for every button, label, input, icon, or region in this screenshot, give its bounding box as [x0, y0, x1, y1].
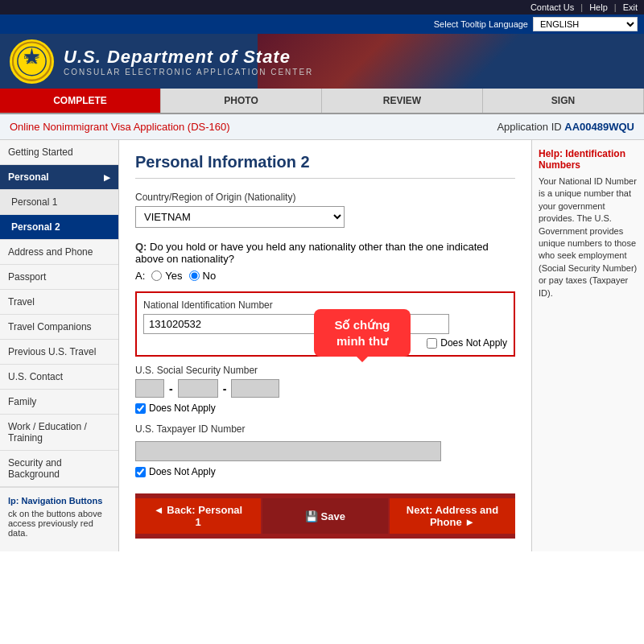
nationality-section: Country/Region of Origin (Nationality) V… — [135, 192, 515, 228]
save-button[interactable]: 💾 Save — [262, 498, 388, 534]
help-panel-text: Your National ID Number is a unique numb… — [539, 175, 638, 299]
page-header: DEPT OF STATE U.S. Department of State C… — [0, 34, 644, 89]
taxpayer-does-not-apply-checkbox[interactable] — [135, 467, 146, 477]
page-title: Personal Information 2 — [135, 153, 515, 179]
sidebar-item-getting-started[interactable]: Getting Started — [0, 140, 118, 165]
next-button[interactable]: Next: Address and Phone ► — [390, 498, 515, 534]
ssn-part2-input[interactable] — [178, 379, 218, 398]
question-label: Q: — [135, 241, 147, 253]
yes-radio-label[interactable]: Yes — [151, 270, 182, 282]
navigation-tabs: COMPLETE PHOTO REVIEW SIGN — [0, 89, 644, 114]
taxpayer-label: U.S. Taxpayer ID Number — [135, 423, 515, 435]
sidebar-item-travel-companions[interactable]: Travel Companions — [0, 315, 118, 340]
sidebar-item-travel[interactable]: Travel — [0, 290, 118, 315]
center-name: CONSULAR ELECTRONIC APPLICATION CENTER — [64, 68, 313, 76]
other-nationality-question: Q: Do you hold or have you held any nati… — [135, 241, 515, 282]
separator-2: | — [614, 2, 617, 12]
taxpayer-section: U.S. Taxpayer ID Number Does Not Apply — [135, 423, 515, 477]
sidebar-item-us-contact[interactable]: U.S. Contact — [0, 365, 118, 390]
tab-sign[interactable]: SIGN — [483, 89, 644, 113]
main-content: Personal Information 2 Country/Region of… — [119, 140, 531, 551]
department-name: U.S. Department of State — [64, 47, 313, 68]
question-text: Do you hold or have you held any nationa… — [135, 241, 489, 265]
breadcrumb: Online Nonimmigrant Visa Application (DS… — [0, 114, 644, 140]
ssn-does-not-apply-checkbox[interactable] — [135, 403, 146, 414]
department-seal: DEPT OF STATE — [10, 39, 54, 84]
application-title: Online Nonimmigrant Visa Application (DS… — [10, 121, 230, 133]
header-background — [258, 34, 644, 89]
taxpayer-does-not-apply-row: Does Not Apply — [135, 466, 515, 477]
sidebar-item-personal[interactable]: Personal ▶ — [0, 165, 118, 190]
taxpayer-does-not-apply-label: Does Not Apply — [149, 466, 216, 477]
sidebar: Getting Started Personal ▶ Personal 1 Pe… — [0, 140, 119, 551]
help-panel-title: Help: Identification Numbers — [539, 148, 638, 171]
sidebar-item-personal-label: Personal — [8, 171, 49, 183]
answer-row: A: Yes No — [135, 270, 515, 282]
bottom-help: lp: Navigation Buttons ck on the buttons… — [0, 487, 118, 546]
header-content: DEPT OF STATE U.S. Department of State C… — [10, 39, 313, 84]
no-radio[interactable] — [189, 270, 200, 281]
top-bar: Contact Us | Help | Exit — [0, 0, 644, 14]
tooltip-bubble: Số chứng minh thư — [314, 309, 411, 357]
sidebar-item-passport[interactable]: Passport — [0, 265, 118, 290]
personal-arrow-icon: ▶ — [104, 173, 110, 182]
yes-radio[interactable] — [151, 270, 162, 281]
sidebar-item-address-phone[interactable]: Address and Phone — [0, 240, 118, 265]
back-button[interactable]: ◄ Back: Personal 1 — [135, 498, 261, 534]
taxpayer-input[interactable] — [135, 441, 441, 461]
application-id: Application ID AA00489WQU — [497, 121, 634, 133]
national-id-does-not-apply-checkbox[interactable] — [427, 338, 437, 349]
nationality-select[interactable]: VIETNAM — [135, 206, 345, 228]
tooltip-language-label: Select Tooltip Language — [434, 19, 528, 29]
ssn-part1-input[interactable] — [135, 379, 164, 398]
contact-us-link[interactable]: Contact Us — [530, 2, 574, 12]
ssn-inputs: - - — [135, 379, 515, 398]
sidebar-item-personal-1[interactable]: Personal 1 — [0, 190, 118, 215]
national-id-does-not-apply-label: Does Not Apply — [440, 337, 507, 349]
navigation-buttons: ◄ Back: Personal 1 💾 Save Next: Address … — [135, 493, 515, 539]
tab-photo[interactable]: PHOTO — [161, 89, 322, 113]
sidebar-item-previous-travel[interactable]: Previous U.S. Travel — [0, 340, 118, 365]
separator-1: | — [580, 2, 583, 12]
ssn-dash-1: - — [169, 382, 173, 395]
sidebar-item-security[interactable]: Security and Background — [0, 451, 118, 487]
sidebar-item-work-education[interactable]: Work / Education / Training — [0, 415, 118, 451]
answer-label: A: — [135, 270, 145, 282]
tooltip-language-bar: Select Tooltip Language ENGLISH — [0, 14, 644, 34]
app-id-value: AA00489WQU — [564, 121, 634, 133]
yes-label: Yes — [165, 270, 182, 282]
tab-review[interactable]: REVIEW — [322, 89, 483, 113]
ssn-dash-2: - — [223, 382, 227, 395]
no-label: No — [203, 270, 217, 282]
exit-link[interactable]: Exit — [623, 2, 638, 12]
nationality-label: Country/Region of Origin (Nationality) — [135, 192, 515, 203]
bottom-help-heading: lp: Navigation Buttons — [8, 496, 110, 506]
help-panel: Help: Identification Numbers Your Nation… — [531, 140, 644, 551]
no-radio-label[interactable]: No — [189, 270, 217, 282]
app-id-label: Application ID — [497, 121, 561, 133]
help-link[interactable]: Help — [589, 2, 608, 12]
language-select[interactable]: ENGLISH — [533, 17, 638, 31]
header-title: U.S. Department of State CONSULAR ELECTR… — [64, 47, 313, 76]
main-layout: Getting Started Personal ▶ Personal 1 Pe… — [0, 140, 644, 551]
ssn-does-not-apply-row: Does Not Apply — [135, 402, 515, 414]
ssn-section: U.S. Social Security Number - - Does Not… — [135, 365, 515, 414]
ssn-label: U.S. Social Security Number — [135, 365, 515, 376]
ssn-part3-input[interactable] — [231, 379, 279, 398]
ssn-does-not-apply-label: Does Not Apply — [149, 402, 216, 414]
sidebar-item-personal-2[interactable]: Personal 2 — [0, 215, 118, 240]
sidebar-item-family[interactable]: Family — [0, 390, 118, 415]
bottom-help-text: ck on the buttons above access previousl… — [8, 509, 110, 538]
tab-complete[interactable]: COMPLETE — [0, 89, 161, 113]
